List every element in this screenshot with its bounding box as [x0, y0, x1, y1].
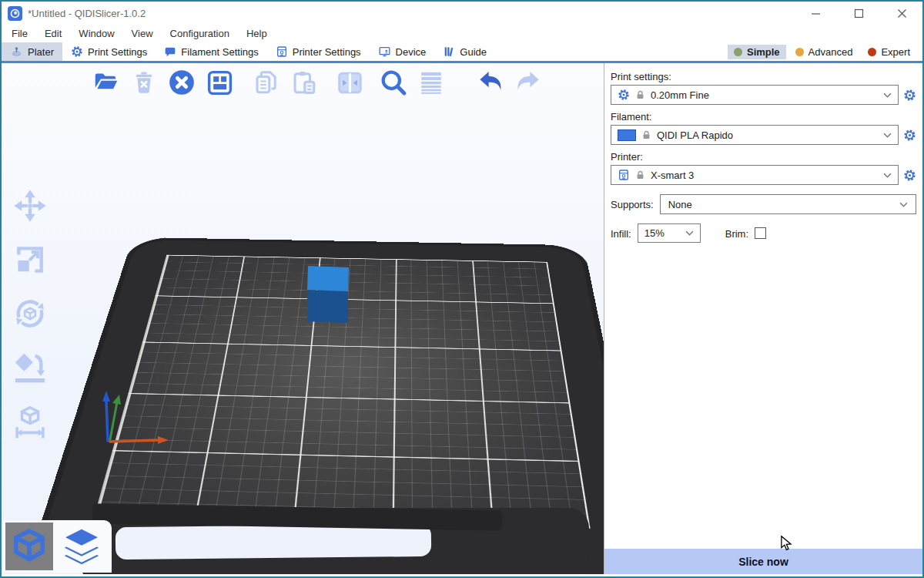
menu-file[interactable]: File — [3, 26, 36, 41]
arrange-icon[interactable] — [204, 67, 235, 98]
chevron-down-icon — [685, 230, 694, 236]
lock-icon — [635, 170, 645, 180]
chevron-down-icon — [883, 133, 892, 138]
filament-label: Filament: — [611, 111, 916, 123]
lock-icon — [641, 129, 651, 140]
simple-dot-icon — [734, 48, 742, 56]
measure-icon[interactable] — [8, 401, 52, 442]
supports-label: Supports: — [611, 199, 654, 210]
tab-label: Guide — [460, 46, 487, 58]
advanced-dot-icon — [795, 48, 804, 56]
guide-icon — [443, 45, 455, 58]
title-bar: *Untitled - QIDISlicer-1.0.2 — [2, 2, 922, 25]
tab-filament-settings[interactable]: Filament Settings — [156, 42, 266, 61]
redo-icon[interactable] — [513, 67, 544, 98]
mode-selector: Simple Advanced Expert — [728, 42, 922, 61]
split-icon[interactable] — [334, 67, 365, 98]
printer-icon — [618, 169, 630, 181]
printer-icon — [276, 45, 288, 58]
editor-view-icon[interactable] — [5, 523, 53, 570]
print-settings-combo[interactable]: 0.20mm Fine — [611, 85, 899, 105]
brim-checkbox[interactable] — [755, 227, 766, 239]
infill-value: 15% — [644, 227, 685, 239]
tab-guide[interactable]: Guide — [434, 42, 495, 61]
tab-label: Print Settings — [88, 46, 147, 58]
printer-combo[interactable]: X-smart 3 — [611, 165, 899, 185]
chevron-down-icon — [883, 173, 892, 178]
search-icon[interactable] — [378, 67, 409, 98]
infill-combo[interactable]: 15% — [638, 223, 701, 243]
tab-device[interactable]: Device — [370, 42, 435, 61]
tab-print-settings[interactable]: Print Settings — [62, 42, 156, 61]
slice-now-label: Slice now — [738, 556, 788, 568]
tab-label: Printer Settings — [293, 46, 361, 58]
paste-icon[interactable] — [289, 67, 320, 98]
tab-printer-settings[interactable]: Printer Settings — [267, 42, 370, 61]
app-logo-icon — [8, 6, 22, 21]
close-icon[interactable] — [896, 8, 907, 18]
mode-expert[interactable]: Expert — [862, 45, 916, 59]
window-title: *Untitled - QIDISlicer-1.0.2 — [28, 8, 810, 19]
delete-all-icon[interactable] — [166, 67, 197, 98]
tab-label: Filament Settings — [181, 46, 258, 58]
mode-label: Advanced — [808, 46, 853, 58]
move-icon[interactable] — [8, 185, 52, 227]
filament-value: QIDI PLA Rapido — [657, 129, 878, 141]
tab-label: Plater — [28, 46, 54, 58]
viewport-3d[interactable] — [2, 63, 604, 574]
menu-view[interactable]: View — [123, 26, 162, 41]
view-toggle-bar — [3, 520, 112, 573]
app-window: *Untitled - QIDISlicer-1.0.2 File Edit W… — [0, 0, 924, 578]
print-settings-gear-button[interactable] — [902, 88, 916, 102]
filament-icon — [164, 45, 176, 58]
gear-icon — [71, 45, 83, 58]
mode-label: Expert — [881, 46, 910, 58]
menu-help[interactable]: Help — [238, 26, 276, 41]
open-folder-icon[interactable] — [91, 67, 122, 98]
expert-dot-icon — [868, 48, 876, 56]
settings-panel: Print settings: 0.20mm Fine Filament: QI… — [604, 63, 922, 574]
copy-icon[interactable] — [251, 67, 282, 98]
supports-combo[interactable]: None — [660, 194, 916, 214]
maximize-icon[interactable] — [853, 8, 864, 18]
preview-view-icon[interactable] — [58, 523, 105, 570]
filament-color-swatch — [618, 129, 636, 141]
rotate-icon[interactable] — [8, 293, 52, 334]
print-bed-grid[interactable] — [94, 255, 590, 529]
bed-handle-cutout — [116, 524, 431, 560]
layer-height-icon[interactable] — [416, 67, 447, 98]
tab-plater[interactable]: Plater — [2, 42, 62, 61]
filament-combo[interactable]: QIDI PLA Rapido — [611, 125, 899, 145]
supports-value: None — [668, 199, 899, 210]
tab-bar: Plater Print Settings Filament Settings … — [2, 42, 922, 63]
top-toolbar — [91, 67, 544, 98]
scale-icon[interactable] — [8, 239, 52, 281]
tab-label: Device — [396, 46, 427, 58]
mode-label: Simple — [747, 46, 780, 58]
slice-now-button[interactable]: Slice now — [604, 549, 922, 574]
plater-icon — [10, 45, 23, 59]
printer-value: X-smart 3 — [651, 170, 878, 181]
undo-icon[interactable] — [475, 67, 506, 98]
infill-label: Infill: — [611, 228, 631, 240]
bed-scene — [2, 63, 604, 574]
printer-gear-button[interactable] — [902, 168, 916, 182]
menu-bar: File Edit Window View Configuration Help — [2, 25, 922, 42]
device-icon — [378, 45, 391, 58]
brim-label: Brim: — [725, 228, 748, 240]
chevron-down-icon — [899, 202, 908, 207]
minimize-icon[interactable] — [810, 8, 821, 18]
chevron-down-icon — [883, 92, 892, 98]
place-on-face-icon[interactable] — [8, 347, 52, 388]
printer-label: Printer: — [611, 151, 916, 163]
print-settings-value: 0.20mm Fine — [651, 89, 878, 101]
menu-edit[interactable]: Edit — [36, 26, 70, 41]
menu-window[interactable]: Window — [70, 26, 122, 41]
menu-configuration[interactable]: Configuration — [162, 26, 238, 41]
lock-icon — [635, 89, 645, 100]
mode-simple[interactable]: Simple — [728, 45, 786, 59]
gear-icon — [618, 89, 630, 101]
delete-icon[interactable] — [129, 67, 159, 98]
mode-advanced[interactable]: Advanced — [789, 45, 859, 59]
filament-gear-button[interactable] — [902, 128, 916, 142]
